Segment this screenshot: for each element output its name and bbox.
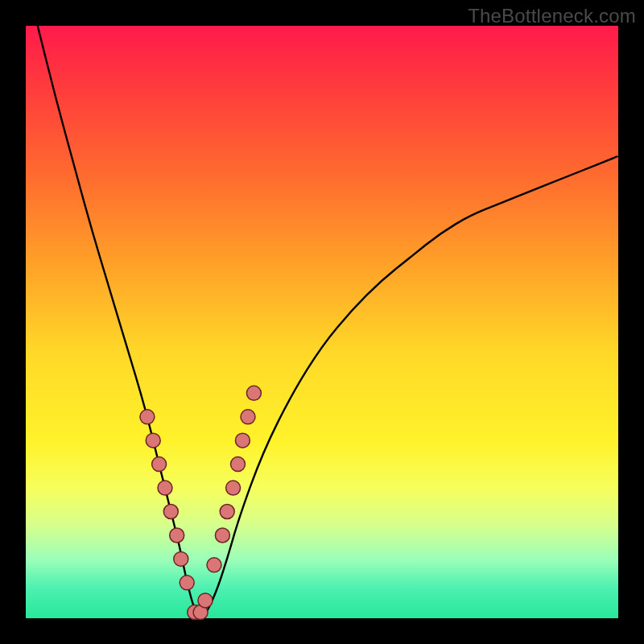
plot-area — [26, 26, 618, 618]
bottleneck-curve — [38, 26, 618, 618]
sample-dot — [235, 433, 250, 448]
sample-dot — [220, 505, 234, 519]
sample-dot — [226, 481, 241, 495]
sample-dot — [241, 410, 255, 424]
sample-dot — [163, 505, 178, 519]
sample-dots-group — [140, 386, 262, 619]
watermark-text: TheBottleneck.com — [468, 5, 636, 27]
sample-dot — [231, 457, 246, 472]
curve-svg — [26, 26, 618, 618]
sample-dot — [140, 410, 155, 424]
sample-dot — [152, 457, 167, 472]
sample-dot — [180, 576, 194, 590]
sample-dot — [158, 481, 172, 495]
sample-dot — [215, 528, 229, 543]
sample-dot — [246, 386, 261, 400]
sample-dot — [146, 433, 160, 448]
sample-dot — [207, 558, 221, 572]
chart-frame: TheBottleneck.com — [0, 0, 644, 644]
sample-dot — [198, 593, 213, 608]
sample-dot — [174, 551, 188, 566]
sample-dot — [170, 528, 184, 543]
